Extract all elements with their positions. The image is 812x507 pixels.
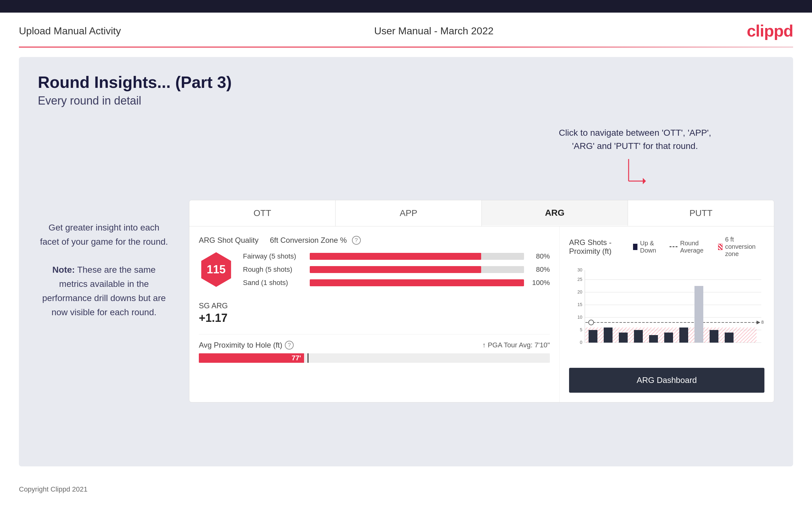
legend-up-down-label: Up & Down	[640, 240, 662, 254]
svg-text:8: 8	[761, 320, 764, 325]
bar-fill-rough	[310, 266, 481, 273]
page-subtitle: Every round in detail	[38, 94, 774, 107]
shot-quality-bars: Fairway (5 shots) 80% Rough (5 shots)	[243, 252, 550, 292]
chart-header: ARG Shots - Proximity (ft) Up & Down Rou…	[569, 236, 764, 258]
proximity-label: Avg Proximity to Hole (ft)	[199, 341, 282, 349]
svg-text:0: 0	[580, 340, 582, 345]
left-sidebar: Get greater insight into each facet of y…	[38, 126, 170, 402]
proximity-section: Avg Proximity to Hole (ft) ? ↑ PGA Tour …	[199, 334, 550, 363]
bar-value-rough: 80%	[528, 266, 550, 274]
legend-round-avg: Round Average	[670, 240, 710, 254]
svg-rect-29	[695, 286, 703, 343]
svg-rect-30	[710, 330, 718, 343]
card-body: ARG Shot Quality 6ft Conversion Zone % ?…	[189, 226, 774, 402]
proximity-label-container: Avg Proximity to Hole (ft) ?	[199, 341, 294, 349]
svg-rect-27	[664, 333, 673, 343]
main-content: Round Insights... (Part 3) Every round i…	[19, 57, 793, 466]
arg-dashboard-button[interactable]: ARG Dashboard	[569, 368, 764, 393]
manual-label: User Manual - March 2022	[374, 25, 494, 37]
logo-area: clippd	[747, 21, 793, 40]
svg-text:30: 30	[577, 267, 582, 272]
tab-arg[interactable]: ARG	[482, 200, 628, 226]
bar-label-sand: Sand (1 shots)	[243, 279, 306, 287]
bar-row-fairway: Fairway (5 shots) 80%	[243, 252, 550, 261]
proximity-help-icon[interactable]: ?	[285, 341, 294, 349]
bar-label-fairway: Fairway (5 shots)	[243, 252, 306, 261]
svg-rect-25	[634, 330, 643, 343]
clippd-logo: clippd	[747, 22, 793, 40]
sg-value: +1.17	[199, 312, 550, 325]
copyright: Copyright Clippd 2021	[19, 485, 88, 493]
svg-text:20: 20	[577, 289, 582, 294]
svg-text:5: 5	[580, 327, 582, 332]
pga-avg: ↑ PGA Tour Avg: 7'10"	[483, 341, 550, 349]
annotation-area: Click to navigate between 'OTT', 'APP','…	[189, 126, 774, 194]
svg-rect-26	[649, 335, 658, 343]
conversion-title: 6ft Conversion Zone %	[270, 236, 347, 245]
proximity-bar-fill: 77'	[199, 353, 304, 363]
proximity-header: Avg Proximity to Hole (ft) ? ↑ PGA Tour …	[199, 341, 550, 349]
shot-quality-title: ARG Shot Quality	[199, 236, 258, 245]
sidebar-note: Note:	[52, 265, 75, 275]
help-icon[interactable]: ?	[352, 236, 361, 245]
right-panel: ARG Shots - Proximity (ft) Up & Down Rou…	[560, 226, 774, 402]
proximity-bar-value: 77'	[292, 354, 301, 362]
svg-point-32	[589, 320, 594, 325]
tab-putt[interactable]: PUTT	[628, 200, 774, 226]
proximity-bar-track: 77'	[199, 353, 550, 363]
annotation-arrow	[622, 156, 648, 194]
hexagon-value: 115	[207, 263, 225, 276]
svg-rect-23	[604, 328, 613, 343]
svg-rect-28	[679, 328, 688, 343]
header: Upload Manual Activity User Manual - Mar…	[0, 13, 812, 47]
bar-fill-sand	[310, 279, 524, 286]
legend-dashed-icon	[670, 246, 677, 247]
proximity-cursor	[308, 353, 308, 363]
header-divider	[19, 47, 793, 48]
svg-rect-24	[619, 333, 628, 343]
bar-track-fairway	[310, 253, 524, 260]
bar-label-rough: Rough (5 shots)	[243, 266, 306, 274]
left-panel: ARG Shot Quality 6ft Conversion Zone % ?…	[189, 226, 560, 402]
annotation-box: Click to navigate between 'OTT', 'APP','…	[559, 126, 711, 194]
page-title: Round Insights... (Part 3)	[38, 73, 774, 92]
tab-ott[interactable]: OTT	[189, 200, 336, 226]
sidebar-description: Get greater insight into each facet of y…	[38, 221, 170, 320]
top-bar	[0, 0, 812, 13]
bar-value-fairway: 80%	[528, 252, 550, 261]
content-area: Get greater insight into each facet of y…	[38, 126, 774, 402]
legend-conversion-zone: 6 ft conversion zone	[718, 236, 764, 258]
insights-card: OTT APP ARG PUTT ARG Shot Quality 6ft Co…	[189, 200, 774, 402]
legend-conversion-label: 6 ft conversion zone	[725, 236, 764, 258]
legend-up-down: Up & Down	[633, 240, 662, 254]
hexagon-container: 115 Fairway (5 shots) 80%	[199, 252, 550, 292]
bar-track-rough	[310, 266, 524, 273]
svg-text:10: 10	[577, 315, 582, 320]
tab-bar: OTT APP ARG PUTT	[189, 200, 774, 226]
chart-container: 0 5 10 15 20 25 30	[569, 264, 764, 358]
legend-hatched-icon	[718, 244, 723, 250]
sg-label: SG ARG	[199, 301, 550, 310]
svg-text:25: 25	[577, 277, 582, 282]
bar-row-sand: Sand (1 shots) 100%	[243, 279, 550, 287]
footer: Copyright Clippd 2021	[0, 476, 812, 503]
right-content: Click to navigate between 'OTT', 'APP','…	[189, 126, 774, 402]
svg-marker-2	[643, 178, 646, 184]
legend-square-icon	[633, 244, 638, 250]
chart-title: ARG Shots - Proximity (ft)	[569, 238, 633, 256]
bar-fill-fairway	[310, 253, 481, 260]
bar-row-rough: Rough (5 shots) 80%	[243, 266, 550, 274]
bar-value-sand: 100%	[528, 279, 550, 287]
tab-app[interactable]: APP	[336, 200, 482, 226]
hexagon-score: 115	[199, 252, 234, 287]
upload-label[interactable]: Upload Manual Activity	[19, 25, 121, 37]
annotation-text: Click to navigate between 'OTT', 'APP','…	[559, 126, 711, 153]
panel-header: ARG Shot Quality 6ft Conversion Zone % ?	[199, 236, 550, 245]
bar-track-sand	[310, 279, 524, 286]
sg-section: SG ARG +1.17	[199, 301, 550, 325]
chart-legend: Up & Down Round Average 6 ft conversion …	[633, 236, 764, 258]
arrow-container	[559, 156, 711, 194]
svg-text:15: 15	[577, 302, 582, 307]
svg-rect-22	[589, 330, 597, 343]
svg-marker-18	[757, 321, 760, 324]
